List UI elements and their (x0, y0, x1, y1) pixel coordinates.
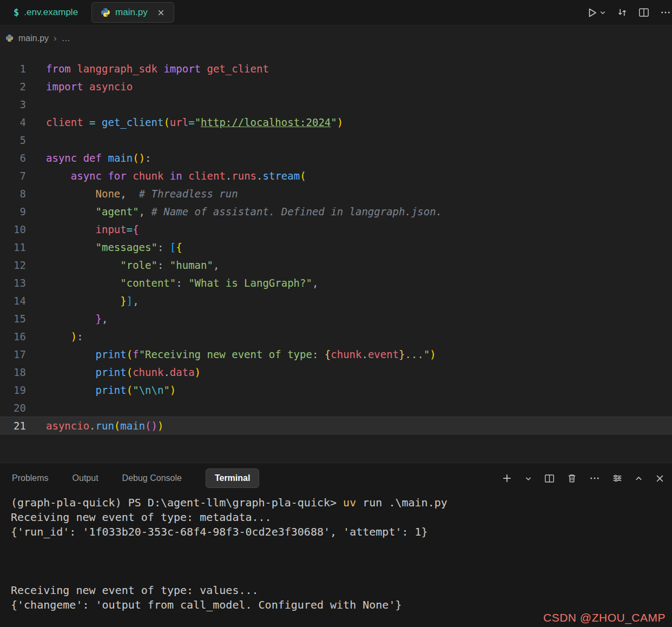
code-token: import (163, 63, 201, 75)
terminal-token: (graph-pla-quick) PS D:\agent-llm\graph-… (11, 496, 343, 509)
code-line-text: ): (26, 331, 83, 342)
code-token: , (102, 313, 108, 325)
code-token: input (96, 223, 127, 235)
panel-tab-terminal[interactable]: Terminal (206, 468, 260, 488)
code-token: import (46, 81, 83, 93)
code-line: 4client = get_client(url="http://localho… (0, 113, 672, 131)
code-token: ( (127, 348, 133, 360)
code-line-text: import asyncio (26, 81, 133, 93)
terminal-token: {'changeme': 'output from call_model. Co… (11, 598, 401, 611)
vscode-window: $ .env.example main.py (0, 0, 672, 627)
line-number: 17 (0, 348, 26, 360)
code-token (46, 384, 96, 396)
code-token: : (157, 259, 170, 271)
line-number: 20 (0, 402, 26, 414)
code-token: get_client (207, 63, 268, 75)
terminal-line: Receiving new event of type: values... (11, 583, 672, 598)
code-token: # Name of assistant. Defined in langgrap… (151, 206, 442, 217)
code-token: : (157, 241, 170, 253)
code-line: 19 print("\n\n") (0, 381, 672, 399)
code-token (182, 170, 188, 182)
code-token: # Threadless run (139, 188, 238, 200)
code-token: : (77, 331, 83, 342)
code-line: 15 }, (0, 309, 672, 327)
line-number: 18 (0, 366, 26, 378)
run-python-file-icon[interactable] (587, 7, 598, 18)
close-tab-icon[interactable] (157, 9, 165, 17)
code-token: f (133, 348, 139, 360)
terminal-line (11, 554, 672, 569)
close-panel-icon[interactable] (655, 474, 664, 483)
code-line: 3 (0, 95, 672, 113)
code-line-text: "messages": [{ (26, 241, 182, 253)
new-terminal-icon[interactable] (502, 473, 512, 484)
code-token: ) (430, 348, 436, 360)
code-line: 8 None, # Threadless run (0, 184, 672, 202)
code-token: asyncio (46, 420, 89, 432)
code-line: 12 "role": "human", (0, 256, 672, 274)
code-line: 17 print(f"Receiving new event of type: … (0, 345, 672, 363)
code-token: main (108, 152, 133, 164)
terminal-profile-chevron-icon[interactable] (525, 475, 532, 482)
tab-main-py[interactable]: main.py (91, 2, 174, 23)
panel-tab-problems[interactable]: Problems (12, 473, 49, 483)
more-actions-icon[interactable] (589, 473, 600, 484)
maximize-panel-chevron-up-icon[interactable] (635, 474, 643, 483)
code-token (46, 295, 120, 307)
panel-actions (502, 473, 664, 484)
split-editor-icon[interactable] (638, 7, 649, 18)
panel-tab-debug-console[interactable]: Debug Console (122, 473, 182, 483)
line-number: 7 (0, 170, 26, 182)
code-token: ( (114, 420, 120, 432)
shell-env-file-icon: $ (14, 7, 19, 18)
code-line: 20 (0, 399, 672, 417)
breadcrumb-file[interactable]: main.py (18, 34, 49, 43)
code-token (71, 63, 77, 75)
code-line-text: }], (26, 295, 139, 307)
code-editor[interactable]: 1from langgraph_sdk import get_client2im… (0, 51, 672, 463)
code-token (46, 170, 71, 182)
terminal-line (11, 569, 672, 583)
tune-sliders-icon[interactable] (612, 473, 622, 483)
code-token: " (133, 384, 139, 396)
code-token (102, 170, 108, 182)
code-token: ( (127, 366, 133, 378)
code-token (157, 63, 163, 75)
code-token: ) (337, 116, 343, 128)
code-token: from (46, 63, 71, 75)
compare-changes-icon[interactable] (617, 7, 628, 18)
code-token: " (195, 116, 201, 128)
code-line-text: async def main(): (26, 152, 151, 164)
python-file-icon (5, 34, 14, 42)
more-editor-actions-icon[interactable] (660, 7, 671, 18)
code-line: 6async def main(): (0, 149, 672, 167)
split-panel-icon[interactable] (544, 473, 555, 484)
code-line: 2import asyncio (0, 77, 672, 95)
code-line-text: "agent", # Name of assistant. Defined in… (26, 206, 442, 217)
tab-env-example[interactable]: $ .env.example (4, 2, 87, 23)
code-line-text: "role": "human", (26, 259, 219, 271)
panel-tab-output[interactable]: Output (73, 473, 98, 483)
code-token: } (96, 313, 102, 325)
code-token: ] (127, 295, 133, 307)
line-number: 2 (0, 81, 26, 93)
line-number: 19 (0, 384, 26, 396)
code-token: "Receiving new event of type: (139, 348, 325, 360)
code-token: " (331, 116, 337, 128)
terminal-output[interactable]: (graph-pla-quick) PS D:\agent-llm\graph-… (0, 493, 672, 612)
code-token: , (312, 277, 318, 289)
code-line-text: client = get_client(url="http://localhos… (26, 116, 343, 128)
breadcrumb-symbol-ellipsis[interactable]: … (62, 34, 70, 43)
terminal-token: uv (343, 496, 356, 509)
code-line: 18 print(chunk.data) (0, 363, 672, 381)
code-token: ) (195, 366, 201, 378)
code-token: = (89, 116, 95, 128)
breadcrumb: main.py › … (0, 25, 672, 51)
code-token: : (145, 152, 151, 164)
code-token: . (89, 420, 95, 432)
line-number: 1 (0, 63, 26, 75)
kill-terminal-trash-icon[interactable] (567, 473, 577, 483)
run-options-chevron-icon[interactable] (599, 9, 606, 16)
code-token: async (46, 152, 77, 164)
panel-header: Problems Output Debug Console Terminal (0, 463, 672, 493)
